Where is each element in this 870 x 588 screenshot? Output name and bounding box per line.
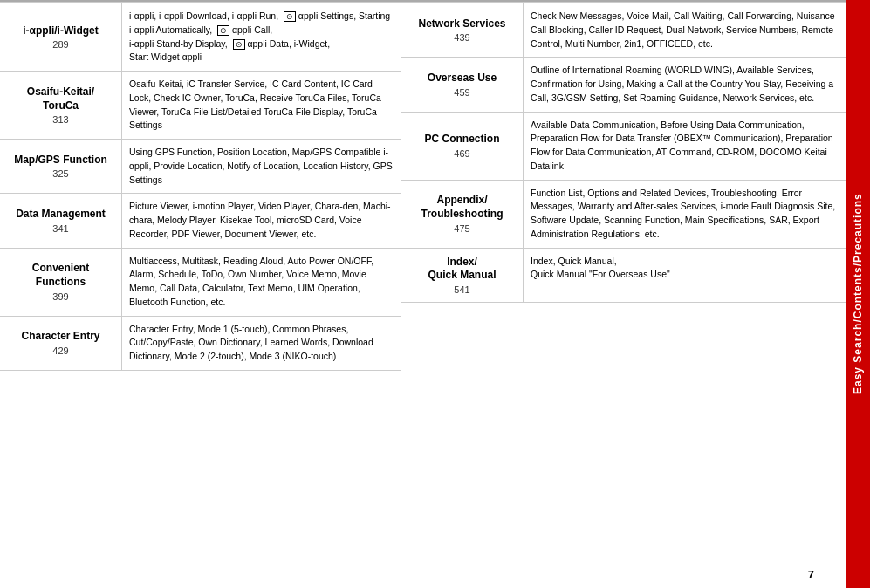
description-cell: Index, Quick Manual,Quick Manual "For Ov… (524, 249, 846, 302)
table-row: Overseas Use 459 Outline of Internationa… (401, 58, 846, 112)
right-column: Network Services 439 Check New Messages,… (401, 3, 846, 588)
description-cell: Check New Messages, Voice Mail, Call Wai… (524, 3, 846, 57)
sidebar: Easy Search/Contents/Precautions (846, 0, 870, 588)
description-cell: Available Data Communication, Before Usi… (524, 113, 846, 180)
table-row: Index/Quick Manual 541 Index, Quick Manu… (401, 249, 846, 303)
category-number: 399 (52, 291, 68, 302)
category-cell-appendix: Appendix/Troubleshooting 475 (401, 181, 524, 248)
category-cell-appli: i-αppli/i-Widget 289 (0, 3, 122, 71)
category-name: Network Services (418, 17, 505, 31)
category-number: 541 (454, 284, 469, 295)
category-cell-pc: PC Connection 469 (401, 113, 524, 180)
table-row: Appendix/Troubleshooting 475 Function Li… (401, 181, 846, 249)
table-row: i-αppli/i-Widget 289 i-αppli, i-αppli Do… (0, 3, 401, 72)
category-name: i-αppli/i-Widget (23, 24, 99, 38)
main-content: i-αppli/i-Widget 289 i-αppli, i-αppli Do… (0, 0, 846, 588)
table-row: Map/GPS Function 325 Using GPS Function,… (0, 140, 401, 194)
category-cell-convenient: ConvenientFunctions 399 (0, 249, 122, 316)
category-cell-network: Network Services 439 (401, 3, 524, 57)
category-name: Osaifu-Keitai/ToruCa (27, 85, 94, 113)
category-number: 439 (454, 32, 469, 43)
table-row: Character Entry 429 Character Entry, Mod… (0, 317, 401, 371)
category-number: 341 (52, 223, 68, 234)
description-cell: Character Entry, Mode 1 (5-touch), Commo… (122, 317, 401, 370)
category-name: Character Entry (21, 330, 99, 344)
description-cell: Outline of International Roaming (WORLD … (524, 58, 846, 111)
description-cell: Multiaccess, Multitask, Reading Aloud, A… (122, 249, 401, 316)
category-number: 459 (454, 87, 469, 98)
description-cell: Using GPS Function, Position Location, M… (122, 140, 401, 193)
category-cell-overseas: Overseas Use 459 (401, 58, 524, 111)
category-name: PC Connection (425, 133, 500, 147)
category-name: Map/GPS Function (14, 154, 107, 168)
category-number: 289 (52, 39, 68, 50)
description-cell: Function List, Options and Related Devic… (524, 181, 846, 248)
table-row: Network Services 439 Check New Messages,… (401, 3, 846, 58)
content-grid: i-αppli/i-Widget 289 i-αppli, i-αppli Do… (0, 2, 846, 588)
category-name: ConvenientFunctions (32, 262, 89, 289)
category-number: 429 (52, 345, 68, 356)
category-name: Appendix/Troubleshooting (421, 194, 504, 221)
table-row: PC Connection 469 Available Data Communi… (401, 113, 846, 181)
category-cell-data-mgmt: Data Management 341 (0, 194, 122, 247)
category-number: 325 (52, 168, 68, 179)
description-cell: Picture Viewer, i-motion Player, Video P… (122, 194, 401, 247)
category-number: 475 (454, 223, 469, 234)
left-column: i-αppli/i-Widget 289 i-αppli, i-αppli Do… (0, 3, 401, 588)
category-number: 469 (454, 148, 469, 159)
table-row: ConvenientFunctions 399 Multiaccess, Mul… (0, 249, 401, 317)
description-cell: Osaifu-Keitai, iC Transfer Service, IC C… (122, 72, 401, 139)
category-cell-osaifu: Osaifu-Keitai/ToruCa 313 (0, 72, 122, 139)
category-name: Overseas Use (428, 72, 497, 85)
page-number: 7 (808, 568, 814, 581)
category-cell-index: Index/Quick Manual 541 (401, 249, 524, 302)
category-cell-char-entry: Character Entry 429 (0, 317, 122, 370)
category-number: 313 (52, 114, 68, 125)
category-cell-gps: Map/GPS Function 325 (0, 140, 122, 193)
sidebar-label: Easy Search/Contents/Precautions (852, 194, 864, 395)
category-name: Index/Quick Manual (428, 256, 496, 283)
table-row: Osaifu-Keitai/ToruCa 313 Osaifu-Keitai, … (0, 72, 401, 140)
description-cell: i-αppli, i-αppli Download, i-αppli Run, … (122, 3, 401, 71)
category-name: Data Management (16, 208, 106, 222)
table-row: Data Management 341 Picture Viewer, i-mo… (0, 194, 401, 248)
